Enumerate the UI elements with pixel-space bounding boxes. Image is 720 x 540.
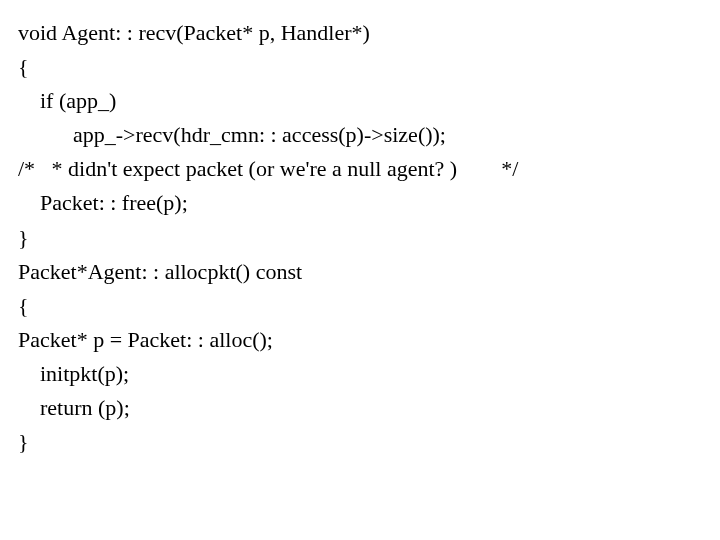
code-line: } [18,221,702,255]
code-line: Packet*Agent: : allocpkt() const [18,255,702,289]
code-line: app_->recv(hdr_cmn: : access(p)->size())… [18,118,702,152]
code-line: Packet: : free(p); [18,186,702,220]
code-line: { [18,50,702,84]
code-line: return (p); [18,391,702,425]
code-line: if (app_) [18,84,702,118]
code-block: void Agent: : recv(Packet* p, Handler*) … [0,0,720,475]
code-line: } [18,425,702,459]
code-line: initpkt(p); [18,357,702,391]
code-line: { [18,289,702,323]
code-line: Packet* p = Packet: : alloc(); [18,323,702,357]
code-line: void Agent: : recv(Packet* p, Handler*) [18,16,702,50]
code-line: /* * didn't expect packet (or we're a nu… [18,152,702,186]
